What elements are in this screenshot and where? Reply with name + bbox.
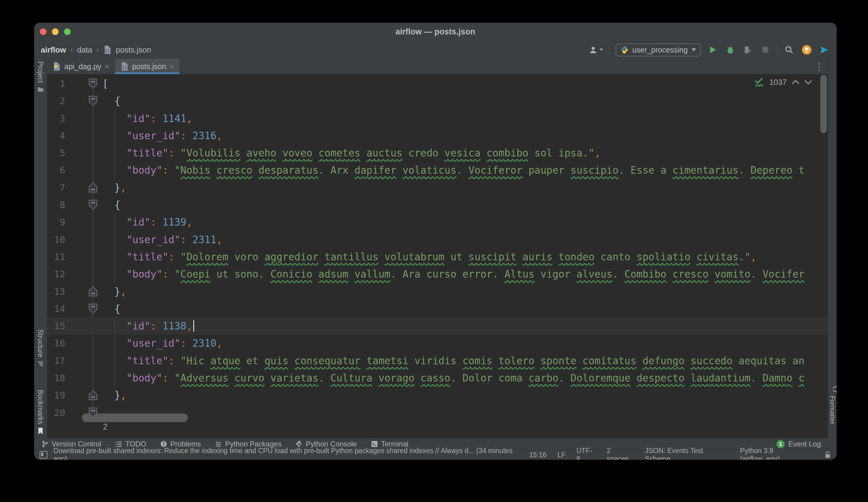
stop-button[interactable] [760,44,771,55]
editor-gutter: 2 [47,92,102,110]
code-line-text: "body": "Adversus curvo varietas. Cultur… [102,369,828,387]
editor-tab-bar: api_dag.py × {} posts.json × ⋮ [47,59,828,74]
tab-options-kebab-icon[interactable]: ⋮ [815,61,828,72]
tool-button-project[interactable]: Project [36,61,44,93]
editor-line[interactable]: 16 "user_id": 2310, [47,335,828,352]
editor-line[interactable]: 14 { [47,300,828,317]
editor-gutter: 13 [47,283,102,300]
editor-gutter: 11 [47,248,102,266]
editor-line[interactable]: 12 "body": "Coepi ut sono. Conicio adsum… [47,266,828,283]
run-coverage-button[interactable] [742,44,754,55]
maximize-window-button[interactable] [64,28,71,35]
python-interpreter[interactable]: Python 3.9 (airflow_env) [740,447,814,460]
line-number: 10 [47,231,65,248]
editor-line[interactable]: 19 }, [47,387,828,404]
search-everywhere-icon[interactable] [783,44,795,55]
tool-button-bookmarks[interactable]: Bookmarks [36,390,44,435]
caret-position[interactable]: 15:16 [529,451,547,459]
code-line-text: "id": 1139, [102,214,828,231]
fold-collapse-marker[interactable] [89,96,97,106]
breadcrumb-file[interactable]: posts.json [116,45,151,55]
prev-problem-chevron-icon[interactable] [792,80,799,85]
tab-api-dag-py[interactable]: api_dag.py × [47,59,115,74]
update-available-icon[interactable] [801,44,813,55]
editor-line[interactable]: 9 "id": 1139, [47,214,828,231]
editor-gutter: 12 [47,266,102,283]
unlock-icon[interactable] [825,451,831,459]
json-path-breadcrumb[interactable]: 2 [103,422,107,432]
tool-button-structure[interactable]: Structure [36,329,44,367]
fold-end-marker[interactable] [89,286,97,297]
chevron-down-icon [600,49,603,51]
ide-promotion-icon[interactable] [818,44,830,55]
editor-gutter: 6 [47,162,102,179]
editor-line[interactable]: 17 "title": "Hic atque et quis consequat… [47,352,828,369]
horizontal-scrollbar[interactable] [82,413,188,422]
tool-window-switcher-icon[interactable] [40,451,48,459]
title-bar: airflow — posts.json [34,23,837,41]
line-number: 11 [47,248,65,266]
tool-button-json-formatter[interactable]: {} JSON Formatter [828,385,837,438]
svg-text:{}: {} [105,48,110,53]
line-number: 20 [47,404,65,421]
main-toolbar: airflow › data › {} posts.json user_proc… [34,41,837,59]
status-message[interactable]: Download pre-built shared indexes: Reduc… [53,447,523,460]
code-line-text: "title": "Dolorem voro aggredior tantill… [102,248,828,266]
vertical-scrollbar[interactable] [820,75,827,133]
schema-setting[interactable]: JSON: Events Test Scheme [645,447,729,460]
code-editor[interactable]: 1[2 {3 "id": 1141,4 "user_id": 2316,5 "t… [47,74,828,438]
close-tab-icon[interactable]: × [169,62,174,70]
editor-gutter: 16 [47,335,102,352]
indent-guide [114,317,115,387]
debug-button[interactable] [725,44,736,55]
editor-line[interactable]: 15 "id": 1138, [47,317,828,335]
breadcrumb-folder[interactable]: data [77,45,92,55]
ide-window: airflow — posts.json airflow › data › {}… [34,23,837,460]
code-line-text: }, [102,283,828,300]
editor-line[interactable]: 7 }, [47,179,828,196]
editor-line[interactable]: 6 "body": "Nobis cresco desparatus. Arx … [47,162,828,179]
minimize-window-button[interactable] [52,28,59,35]
fold-collapse-marker[interactable] [89,199,97,210]
editor-line[interactable]: 5 "title": "Volubilis aveho voveo comete… [47,144,828,162]
code-line-text: "user_id": 2311, [102,231,828,248]
line-number: 15 [47,317,65,335]
fold-end-marker[interactable] [89,390,97,400]
indent-setting[interactable]: 2 spaces [607,447,634,460]
editor-line[interactable]: 8 { [47,196,828,214]
close-window-button[interactable] [40,28,46,35]
breadcrumb-project[interactable]: airflow [41,45,66,55]
editor-line[interactable]: 13 }, [47,283,828,300]
editor-gutter: 1 [47,75,102,92]
editor-line[interactable]: 18 "body": "Adversus curvo varietas. Cul… [47,369,828,387]
user-account-button[interactable] [589,44,603,55]
line-number: 6 [47,162,65,179]
file-encoding[interactable]: UTF-8 [576,447,596,460]
run-button[interactable] [707,44,719,55]
fold-end-marker[interactable] [89,182,97,193]
fold-collapse-marker[interactable] [89,304,97,314]
chevron-right-icon: › [70,45,73,54]
editor-gutter: 19 [47,387,102,404]
editor-gutter: 17 [47,352,102,369]
code-line-text: "body": "Coepi ut sono. Conicio adsum va… [102,266,828,283]
fold-collapse-marker[interactable] [89,79,97,89]
tab-posts-json[interactable]: {} posts.json × [115,59,180,74]
run-configuration-select[interactable]: user_processing [616,43,701,57]
editor-line[interactable]: 1[ [47,75,828,92]
line-separator[interactable]: LF [558,451,566,459]
editor-line[interactable]: 2 { [47,92,828,110]
editor-line[interactable]: 11 "title": "Dolorem voro aggredior tant… [47,248,828,266]
editor-gutter: 15 [47,317,102,335]
line-number: 19 [47,387,65,404]
next-problem-chevron-icon[interactable] [804,80,812,85]
structure-icon [37,360,44,367]
editor-line[interactable]: 3 "id": 1141, [47,110,828,127]
editor-gutter: 18 [47,369,102,387]
editor-gutter: 9 [47,214,102,231]
right-tool-stripe: {} JSON Formatter [828,59,837,438]
code-line-text: }, [102,179,828,196]
editor-line[interactable]: 4 "user_id": 2316, [47,127,828,144]
close-tab-icon[interactable]: × [104,62,109,70]
editor-line[interactable]: 10 "user_id": 2311, [47,231,828,248]
